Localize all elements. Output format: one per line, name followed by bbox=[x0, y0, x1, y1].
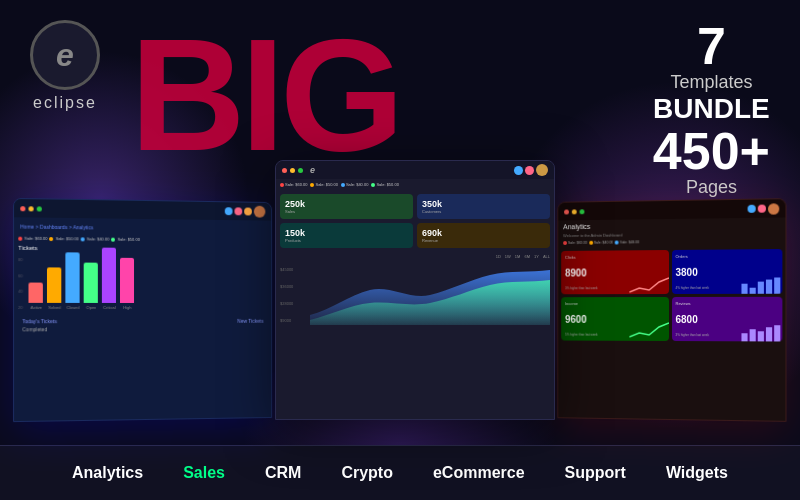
area-chart-svg bbox=[310, 265, 550, 325]
bar-active: Active bbox=[29, 283, 43, 310]
stat-card-sales: 250k Sales bbox=[280, 194, 413, 219]
orders-label: Orders bbox=[675, 253, 778, 259]
badge-dot-4 bbox=[111, 237, 115, 241]
nav-item-crm[interactable]: CRM bbox=[265, 464, 301, 482]
stat-sales-sub: Sales bbox=[285, 209, 408, 214]
c-avatar2 bbox=[525, 166, 534, 175]
badge-sale2: Sale: $50.00 bbox=[50, 236, 79, 241]
svg-rect-2 bbox=[758, 282, 764, 294]
svg-rect-3 bbox=[766, 280, 772, 294]
area-chart-y-axis: $45000 $36000 $28000 $9000 bbox=[280, 265, 293, 325]
stat-clicks: Clicks 8900 3% higher than last week bbox=[561, 250, 668, 294]
center-dot-green bbox=[298, 168, 303, 173]
r-avatar1 bbox=[748, 205, 756, 213]
stat-customers-num: 350k bbox=[422, 199, 545, 209]
nav-item-widgets[interactable]: Widgets bbox=[666, 464, 728, 482]
c-badge1: Sale: $60.00 bbox=[280, 182, 307, 187]
bar-open-fill bbox=[84, 263, 98, 303]
traffic-dot-yellow bbox=[28, 206, 33, 211]
svg-rect-7 bbox=[758, 331, 764, 341]
right-dot-yellow bbox=[572, 209, 577, 214]
icon-avatar2 bbox=[234, 207, 242, 215]
c-dot4 bbox=[371, 183, 375, 187]
r-badge2: Sale: $40.00 bbox=[589, 241, 613, 245]
stat-customers-sub: Customers bbox=[422, 209, 545, 214]
dashboard-left: Home > Dashboards > Analytics Sale: $60.… bbox=[13, 198, 272, 422]
dashboard-right: Analytics Welcome to the Admin Dashboard… bbox=[557, 198, 786, 422]
right-dot-green bbox=[580, 209, 585, 214]
dashboard-center: e Sale: $60.00 Sale: $50.00 Sale: $40.00 bbox=[275, 160, 555, 420]
orders-sparkline bbox=[741, 273, 782, 293]
traffic-dot-red bbox=[20, 206, 25, 211]
c-dot1 bbox=[280, 183, 284, 187]
badge-sale4: Sale: $50.00 bbox=[111, 237, 140, 242]
icon-avatar3 bbox=[244, 208, 252, 216]
bar-solved-fill bbox=[47, 267, 61, 303]
center-stat-cards: 250k Sales 350k Customers 150k Products … bbox=[276, 190, 554, 252]
nav-item-crypto[interactable]: Crypto bbox=[341, 464, 393, 482]
stat-revenue-num: 690k bbox=[422, 228, 545, 238]
stat-card-customers: 350k Customers bbox=[417, 194, 550, 219]
badge-dot-3 bbox=[81, 237, 85, 241]
footer-new-tickets: New Tickets bbox=[237, 318, 263, 324]
stat-products-sub: Products bbox=[285, 238, 408, 243]
center-badges-row: Sale: $60.00 Sale: $50.00 Sale: $40.00 S… bbox=[276, 179, 554, 190]
bar-chart-container: 80 60 40 20 Active Solved bbox=[18, 253, 267, 318]
stat-reviews: Reviews 6800 3% higher than last week bbox=[671, 297, 782, 342]
svg-rect-9 bbox=[774, 325, 780, 341]
center-dot-yellow bbox=[290, 168, 295, 173]
badge-sale3: Sale: $40.00 bbox=[81, 236, 110, 241]
svg-rect-0 bbox=[741, 284, 747, 294]
num-templates: 7 bbox=[697, 17, 726, 75]
c-badge4: Sale: $50.00 bbox=[371, 182, 398, 187]
logo-letter: e bbox=[56, 37, 74, 74]
stat-card-revenue: 690k Revenue bbox=[417, 223, 550, 248]
hero-big-text: BIG bbox=[130, 15, 399, 175]
center-dash-header: e bbox=[276, 161, 554, 179]
right-header-icons bbox=[748, 203, 780, 215]
center-header-icons bbox=[514, 164, 548, 176]
c-dot2 bbox=[310, 183, 314, 187]
stat-sales-num: 250k bbox=[285, 199, 408, 209]
center-logo: e bbox=[310, 165, 315, 175]
stat-card-products: 150k Products bbox=[280, 223, 413, 248]
c-badge3: Sale: $40.00 bbox=[341, 182, 368, 187]
bar-chart: Active Solved Closed Open bbox=[25, 253, 139, 314]
reviews-label: Reviews bbox=[675, 301, 778, 306]
nav-item-support[interactable]: Support bbox=[565, 464, 626, 482]
left-header-icons bbox=[225, 205, 266, 217]
brand-logo: e eclipse bbox=[30, 20, 100, 112]
r-dot3 bbox=[615, 241, 619, 245]
traffic-dot-green bbox=[37, 206, 42, 211]
c-dot3 bbox=[341, 183, 345, 187]
left-breadcrumb: Home > Dashboards > Analytics bbox=[18, 221, 267, 234]
bar-high: High bbox=[120, 258, 134, 310]
logo-circle: e bbox=[30, 20, 100, 90]
bar-closed: Closed bbox=[66, 252, 80, 310]
r-avatar2 bbox=[758, 205, 766, 213]
left-dash-content: Home > Dashboards > Analytics Sale: $60.… bbox=[14, 217, 271, 338]
r-badge3: Sale: $48.00 bbox=[615, 240, 639, 244]
svg-rect-5 bbox=[741, 333, 747, 341]
svg-rect-6 bbox=[750, 329, 756, 341]
logo-text: eclipse bbox=[33, 94, 97, 112]
nav-item-analytics[interactable]: Analytics bbox=[72, 464, 143, 482]
left-badges-row: Sale: $60.00 Sale: $50.00 Sale: $40.00 S… bbox=[18, 236, 267, 244]
templates-label: Templates bbox=[653, 72, 770, 93]
bar-critical-fill bbox=[102, 248, 116, 303]
tickets-label: Tickets bbox=[18, 245, 267, 253]
right-dot-red bbox=[564, 209, 569, 214]
footer-status: Completed bbox=[18, 324, 267, 335]
badge-dot-2 bbox=[50, 236, 54, 240]
nav-item-sales[interactable]: Sales bbox=[183, 464, 225, 482]
nav-item-ecommerce[interactable]: eCommerce bbox=[433, 464, 525, 482]
svg-rect-4 bbox=[774, 277, 780, 293]
income-sparkline bbox=[629, 321, 669, 341]
bottom-navigation: Analytics Sales CRM Crypto eCommerce Sup… bbox=[0, 445, 800, 500]
c-user-avatar bbox=[536, 164, 548, 176]
screenshots-area: Home > Dashboards > Analytics Sale: $60.… bbox=[0, 160, 800, 420]
svg-rect-1 bbox=[750, 288, 756, 294]
bar-active-fill bbox=[29, 283, 43, 303]
bar-critical: Critical bbox=[102, 248, 116, 310]
bundle-label: BUNDLE bbox=[653, 93, 770, 125]
